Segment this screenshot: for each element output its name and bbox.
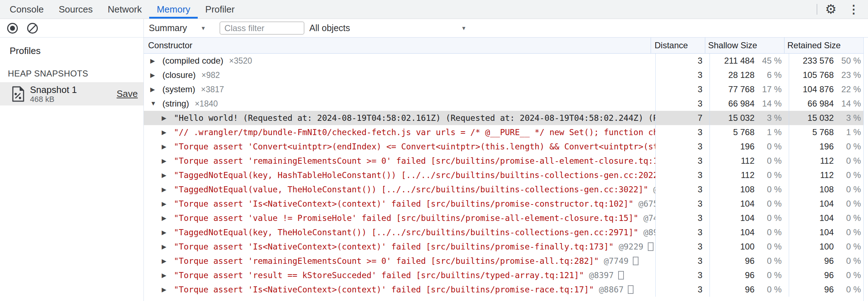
grid-body: ▶(compiled code)×35203211 48445 %233 576… — [144, 54, 868, 301]
constructor-cell: ▶"Torque assert 'value != PromiseHole' f… — [144, 211, 655, 225]
expand-arrow-icon[interactable]: ▶ — [150, 57, 162, 65]
more-options-kebab-icon[interactable]: ⋮ — [846, 4, 862, 15]
size-percent: 0 % — [834, 156, 861, 166]
expand-arrow-icon[interactable]: ▶ — [162, 129, 174, 136]
size-value: 100 — [819, 242, 834, 252]
objects-scope-select[interactable]: All objects ▼ — [309, 23, 466, 33]
expand-arrow-icon[interactable]: ▶ — [162, 214, 174, 222]
tab-memory[interactable]: Memory — [149, 0, 198, 19]
retained-size-cell: 1080 % — [789, 182, 868, 197]
devtools-body: Profiles HEAP SNAPSHOTS Snapshot 1 468 k… — [0, 19, 868, 301]
size-value: 5 768 — [812, 127, 834, 137]
expand-arrow-icon[interactable]: ▶ — [150, 71, 162, 79]
expand-arrow-icon[interactable]: ▶ — [162, 172, 174, 179]
constructor-name: "Torque assert 'remainingElementsCount >… — [174, 256, 599, 266]
distance-cell: 3 — [655, 82, 710, 97]
size-percent: 50 % — [834, 56, 861, 66]
column-header-shallow-size[interactable]: Shallow Size — [705, 38, 784, 53]
retained-size-cell: 1960 % — [789, 139, 868, 154]
panel-tabs: Console Sources Network Memory Profiler — [2, 0, 242, 19]
expand-arrow-icon[interactable]: ▶ — [162, 257, 174, 265]
class-filter-input[interactable] — [219, 21, 304, 35]
table-row[interactable]: ▶"Torque assert 'remainingElementsCount … — [144, 254, 868, 268]
shallow-size-cell: 960 % — [710, 282, 789, 297]
retained-size-cell: 1040 % — [789, 225, 868, 240]
instance-count: ×1840 — [195, 99, 218, 109]
vertical-scrollbar-track[interactable] — [863, 38, 868, 301]
column-header-retained-size[interactable]: Retained Size — [784, 38, 863, 53]
shallow-size-cell: 1960 % — [710, 139, 789, 154]
size-value: 104 — [740, 213, 755, 223]
settings-gear-icon[interactable]: ⚙ — [825, 3, 837, 16]
sidebar-item-snapshot-1[interactable]: Snapshot 1 468 kB Save — [0, 82, 143, 105]
distance-cell: 3 — [655, 154, 710, 168]
shallow-size-cell: 1120 % — [710, 168, 789, 182]
constructor-cell: ▶"Torque assert 'Is<NativeContext>(conte… — [144, 240, 655, 254]
table-row[interactable]: ▶"Torque assert 'Is<NativeContext>(conte… — [144, 282, 868, 297]
constructor-cell: ▶"// .wrangler/tmp/bundle-FmNIt0/checked… — [144, 125, 655, 139]
unknown-character-box — [633, 257, 639, 265]
constructor-name: "TaggedNotEqual(key, HashTableHoleConsta… — [174, 171, 655, 180]
table-row[interactable]: ▶"TaggedNotEqual(key, TheHoleConstant())… — [144, 225, 868, 240]
distance-cell: 3 — [655, 168, 710, 182]
snapshot-save-link[interactable]: Save — [117, 88, 138, 99]
expand-arrow-icon[interactable]: ▶ — [150, 86, 162, 93]
tab-sources[interactable]: Sources — [51, 0, 100, 19]
size-percent: 0 % — [755, 213, 782, 223]
object-id: @9229 — [619, 242, 643, 251]
distance-cell: 3 — [655, 125, 710, 139]
expand-arrow-icon[interactable]: ▶ — [162, 157, 174, 165]
table-row[interactable]: ▶"Torque assert 'value != PromiseHole' f… — [144, 211, 868, 225]
size-value: 96 — [745, 285, 755, 295]
size-percent: 0 % — [755, 285, 782, 295]
table-row[interactable]: ▶"Torque assert 'Is<NativeContext>(conte… — [144, 240, 868, 254]
column-header-distance[interactable]: Distance — [651, 38, 705, 53]
constructor-cell: ▶"Torque assert 'result == kStoreSuccede… — [144, 268, 655, 282]
shallow-size-cell: 1040 % — [710, 197, 789, 211]
record-heap-snapshot-icon[interactable] — [7, 23, 18, 34]
expand-arrow-icon[interactable]: ▶ — [162, 143, 174, 150]
object-id: @7437 — [644, 213, 655, 223]
tab-profiler[interactable]: Profiler — [198, 0, 242, 19]
size-value: 104 — [819, 213, 834, 223]
tab-console[interactable]: Console — [2, 0, 51, 19]
table-row[interactable]: ▶"TaggedNotEqual(value, TheHoleConstant(… — [144, 182, 868, 197]
expand-arrow-icon[interactable]: ▶ — [162, 200, 174, 208]
expand-arrow-icon[interactable]: ▶ — [162, 114, 174, 122]
constructor-name: "TaggedNotEqual(key, TheHoleConstant()) … — [174, 228, 639, 237]
table-row[interactable]: ▶"Torque assert 'Is<NativeContext>(conte… — [144, 197, 868, 211]
expand-arrow-icon[interactable]: ▶ — [162, 272, 174, 279]
expand-arrow-icon[interactable]: ▶ — [162, 243, 174, 251]
expand-arrow-icon[interactable]: ▶ — [162, 186, 174, 193]
table-row[interactable]: ▶(system)×3817377 76817 %104 87622 % — [144, 82, 868, 97]
retained-size-cell: 1000 % — [789, 240, 868, 254]
expand-arrow-icon[interactable]: ▶ — [162, 229, 174, 236]
table-row[interactable]: ▼(string)×1840366 98414 %66 98414 % — [144, 97, 868, 111]
size-value: 5 768 — [733, 127, 755, 137]
collapse-arrow-icon[interactable]: ▼ — [150, 100, 162, 107]
expand-arrow-icon[interactable]: ▶ — [162, 286, 174, 293]
table-row[interactable]: ▶"TaggedNotEqual(key, HashTableHoleConst… — [144, 168, 868, 182]
perspective-select[interactable]: Summary ▼ — [149, 23, 206, 33]
heap-snapshot-main: Summary ▼ All objects ▼ Constructor Dist… — [144, 19, 868, 301]
table-row[interactable]: ▶"Torque assert 'result == kStoreSuccede… — [144, 268, 868, 282]
table-row[interactable]: ▶(compiled code)×35203211 48445 %233 576… — [144, 54, 868, 68]
retained-size-cell: 104 87622 % — [789, 82, 868, 97]
table-row[interactable]: ▶"Torque assert 'Convert<uintptr>(endInd… — [144, 139, 868, 154]
column-header-constructor[interactable]: Constructor — [144, 38, 651, 53]
distance-cell: 3 — [655, 54, 710, 68]
clear-profiles-icon[interactable] — [27, 23, 38, 34]
table-row[interactable]: ▶"Torque assert 'remainingElementsCount … — [144, 154, 868, 168]
size-value: 15 032 — [808, 113, 834, 123]
size-percent: 3 % — [755, 113, 782, 123]
object-id: @8867 — [599, 285, 624, 294]
table-row[interactable]: ▶"Hello world! (Requested at: 2024-08-19… — [144, 111, 868, 125]
tab-network[interactable]: Network — [100, 0, 149, 19]
size-value: 66 984 — [808, 99, 834, 109]
size-value: 104 876 — [803, 84, 834, 94]
table-row[interactable]: ▶(closure)×982328 1286 %105 76823 % — [144, 68, 868, 82]
size-percent: 0 % — [755, 184, 782, 194]
table-row[interactable]: ▶"// .wrangler/tmp/bundle-FmNIt0/checked… — [144, 125, 868, 139]
size-value: 77 768 — [728, 84, 755, 94]
heap-snapshot-grid: Constructor Distance Shallow Size Retain… — [144, 38, 868, 301]
